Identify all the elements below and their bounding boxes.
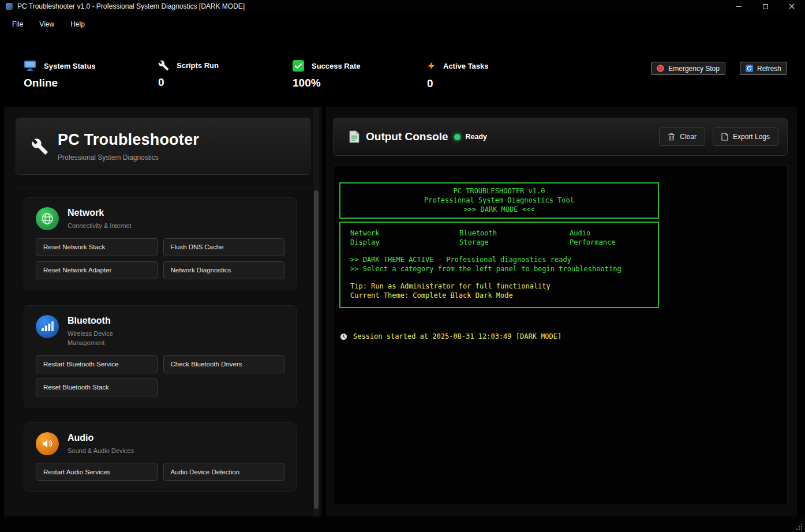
category-name: Network — [68, 208, 137, 218]
stat-label: Active Tasks — [443, 62, 489, 70]
category-desc: Wireless Device Management — [68, 329, 137, 348]
check-icon — [293, 60, 304, 72]
tools-icon — [158, 60, 169, 71]
top-actions: Emergency Stop Refresh — [651, 62, 787, 75]
app-window: PC Troubleshooter v1.0 - Professional Sy… — [0, 0, 805, 532]
output-console: PC TROUBLESHOOTER v1.0 Professional Syst… — [333, 165, 788, 504]
restart-bluetooth-service-button[interactable]: Restart Bluetooth Service — [36, 355, 158, 373]
stat-value: 100% — [293, 77, 427, 89]
banner-line: Professional System Diagnostics Tool — [340, 196, 658, 205]
app-subtitle: Professional System Diagnostics — [58, 153, 199, 162]
resize-grip-icon[interactable] — [796, 524, 802, 530]
menu-view[interactable]: View — [31, 17, 62, 32]
session-message: Session started at 2025-08-31 12:03:49 [… — [353, 332, 561, 340]
emergency-stop-label: Emergency Stop — [668, 65, 720, 73]
stat-active-tasks: Active Tasks 0 — [427, 60, 561, 90]
category-desc: Connectivity & Internet — [68, 221, 137, 231]
console-line: >> DARK THEME ACTIVE - Professional diag… — [350, 256, 652, 265]
menu-file[interactable]: File — [4, 17, 31, 32]
monitor-icon — [24, 60, 36, 72]
stat-value: 0 — [427, 77, 561, 90]
stat-label: Scripts Run — [177, 61, 219, 70]
refresh-icon — [746, 65, 753, 72]
status-bar — [0, 516, 805, 532]
category-card-audio: Audio Sound & Audio Devices Restart Audi… — [24, 422, 297, 492]
banner-line: PC TROUBLESHOOTER v1.0 — [340, 186, 658, 196]
clear-label: Clear — [680, 133, 697, 141]
minimize-icon — [736, 6, 742, 7]
log-document-icon — [349, 130, 360, 143]
flush-dns-cache-button[interactable]: Flush DNS Cache — [163, 238, 285, 256]
titlebar: PC Troubleshooter v1.0 - Professional Sy… — [0, 0, 805, 13]
reset-bluetooth-stack-button[interactable]: Reset Bluetooth Stack — [36, 379, 158, 396]
menu-bar: File View Help — [0, 13, 805, 36]
clear-button[interactable]: Clear — [659, 128, 705, 146]
banner-line: >>> DARK MODE <<< — [340, 205, 658, 214]
speaker-icon — [36, 432, 59, 455]
console-info-box: Network Bluetooth Audio Display Storage … — [339, 222, 659, 308]
maximize-button[interactable] — [752, 0, 778, 13]
export-logs-button[interactable]: Export Logs — [713, 128, 778, 146]
close-icon — [789, 3, 795, 9]
refresh-label: Refresh — [757, 65, 781, 73]
lightning-icon — [427, 60, 436, 72]
network-diagnostics-button[interactable]: Network Diagnostics — [163, 261, 285, 279]
category-grid-row: Display Storage Performance — [350, 238, 652, 248]
left-panel: PC Troubleshooter Professional System Di… — [4, 107, 321, 516]
stat-system-status: System Status Online — [24, 60, 158, 89]
audio-device-detection-button[interactable]: Audio Device Detection — [163, 463, 285, 481]
console-tip-line: Tip: Run as Administrator for full funct… — [350, 282, 652, 291]
left-panel-scrollbar[interactable] — [313, 107, 319, 516]
trash-icon — [668, 133, 675, 141]
stat-scripts-run: Scripts Run 0 — [158, 60, 293, 89]
console-actions: Clear Export Logs — [659, 128, 778, 146]
stats-bar: System Status Online Scripts Run 0 Succe… — [0, 36, 805, 107]
export-logs-label: Export Logs — [733, 133, 770, 141]
console-theme-line: Current Theme: Complete Black Dark Mode — [350, 291, 652, 301]
emergency-stop-button[interactable]: Emergency Stop — [651, 62, 725, 75]
category-grid-row: Network Bluetooth Audio — [350, 229, 652, 238]
category-name: Audio — [68, 433, 137, 443]
session-row: Session started at 2025-08-31 12:03:49 [… — [339, 332, 781, 340]
console-banner: PC TROUBLESHOOTER v1.0 Professional Syst… — [339, 182, 659, 219]
wrench-icon — [31, 138, 48, 155]
reset-network-stack-button[interactable]: Reset Network Stack — [36, 238, 158, 256]
main-area: PC Troubleshooter Professional System Di… — [0, 107, 805, 516]
app-title: PC Troubleshooter — [58, 131, 199, 149]
category-desc: Sound & Audio Devices — [68, 446, 137, 456]
stat-value: 0 — [158, 76, 293, 89]
menu-help[interactable]: Help — [62, 17, 93, 32]
console-header: Output Console Ready Clear — [333, 118, 788, 156]
check-bluetooth-drivers-button[interactable]: Check Bluetooth Drivers — [163, 355, 285, 373]
sidebar-header: PC Troubleshooter Professional System Di… — [16, 118, 310, 175]
close-button[interactable] — [778, 0, 805, 13]
window-title: PC Troubleshooter v1.0 - Professional Sy… — [17, 2, 245, 10]
restart-audio-services-button[interactable]: Restart Audio Services — [36, 463, 158, 481]
stat-label: Success Rate — [312, 62, 361, 70]
category-card-network: Network Connectivity & Internet Reset Ne… — [24, 197, 297, 290]
category-name: Bluetooth — [68, 316, 137, 326]
console-line: >> Select a category from the left panel… — [350, 265, 652, 274]
console-title: Output Console — [366, 130, 448, 143]
scrollbar-thumb[interactable] — [314, 190, 319, 509]
maximize-icon — [763, 4, 768, 9]
minimize-button[interactable] — [725, 0, 752, 13]
export-document-icon — [721, 133, 728, 141]
console-status: Ready — [465, 133, 487, 141]
category-card-bluetooth: Bluetooth Wireless Device Management Res… — [24, 305, 297, 407]
reset-network-adapter-button[interactable]: Reset Network Adapter — [36, 261, 158, 279]
category-list: Network Connectivity & Internet Reset Ne… — [16, 188, 310, 516]
status-dot-icon — [454, 134, 460, 140]
right-panel: Output Console Ready Clear — [326, 107, 797, 516]
stat-label: System Status — [44, 62, 96, 70]
stop-icon — [657, 65, 664, 72]
app-icon — [6, 3, 13, 10]
window-controls — [725, 0, 805, 13]
clock-icon — [340, 333, 347, 340]
refresh-button[interactable]: Refresh — [740, 62, 787, 75]
stat-value: Online — [24, 77, 158, 89]
signal-bars-icon — [36, 315, 59, 338]
globe-icon — [36, 207, 59, 230]
stat-success-rate: Success Rate 100% — [293, 60, 427, 89]
